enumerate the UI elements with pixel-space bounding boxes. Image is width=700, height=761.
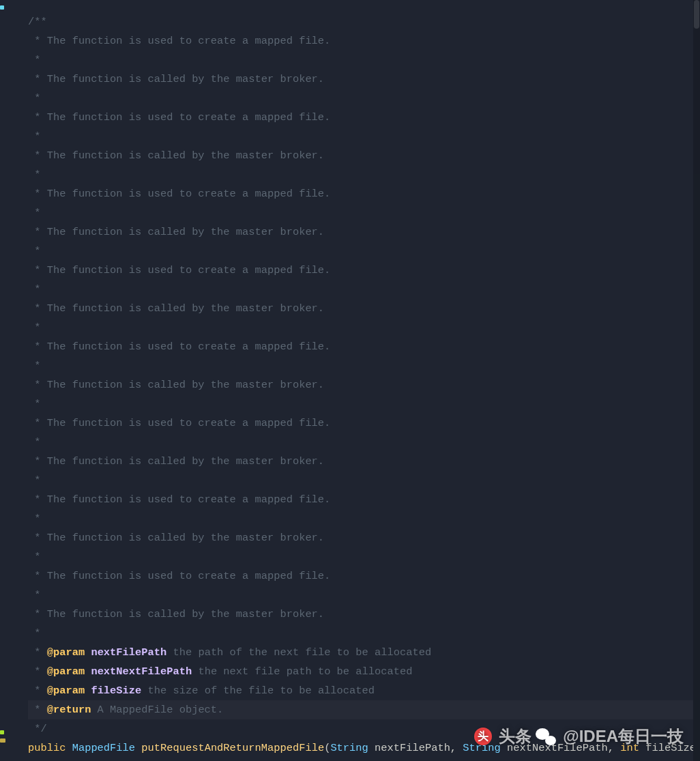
comment-text: * The function is used to create a mappe… — [28, 188, 330, 200]
code-line[interactable]: * — [28, 433, 693, 452]
param-name: nextNextFilePath, — [501, 742, 620, 754]
code-line[interactable]: * — [28, 356, 693, 375]
code-line[interactable]: * The function is used to create a mappe… — [28, 414, 693, 433]
code-line[interactable]: /** — [28, 12, 693, 31]
code-line[interactable]: * — [28, 509, 693, 528]
comment-text: * The function is used to create a mappe… — [28, 341, 330, 353]
comment-star: * — [28, 704, 47, 716]
comment-text: * — [28, 130, 40, 143]
comment-text: * The function is used to create a mappe… — [28, 417, 330, 429]
code-line[interactable]: * The function is called by the master b… — [28, 375, 693, 394]
code-line[interactable]: * @param fileSize the size of the file t… — [28, 681, 693, 700]
comment-text: * — [28, 589, 40, 601]
comment-text: * The function is used to create a mappe… — [28, 264, 330, 276]
paren-open: ( — [324, 742, 330, 754]
vertical-scrollbar[interactable] — [693, 0, 700, 761]
javadoc-param-name: nextNextFilePath — [91, 665, 192, 678]
code-line[interactable]: * The function is used to create a mappe… — [28, 490, 693, 509]
code-line[interactable]: * — [28, 318, 693, 337]
keyword-int: int — [620, 742, 639, 754]
param-type: String — [463, 742, 500, 754]
comment-text: * The function is used to create a mappe… — [28, 111, 330, 124]
code-line[interactable]: * — [28, 242, 693, 261]
javadoc-param-tag: @param — [47, 685, 85, 697]
comment-text: * The function is called by the master b… — [28, 302, 324, 315]
code-line[interactable]: * — [28, 127, 693, 146]
code-line[interactable]: * The function is used to create a mappe… — [28, 261, 693, 280]
comment-text: * The function is called by the master b… — [28, 379, 324, 391]
code-line[interactable]: * — [28, 89, 693, 108]
code-line[interactable]: * @return A MappedFile object. — [28, 700, 693, 719]
code-line[interactable]: * @param nextNextFilePath the next file … — [28, 662, 693, 681]
javadoc-param-name: fileSize — [91, 685, 141, 697]
code-line[interactable]: * — [28, 394, 693, 414]
code-line[interactable]: public MappedFile putRequestAndReturnMap… — [28, 738, 693, 758]
comment-text: * — [28, 436, 40, 448]
keyword-public: public — [28, 742, 65, 754]
code-line[interactable]: * The function is called by the master b… — [28, 146, 693, 165]
comment-text: * The function is used to create a mappe… — [28, 35, 330, 47]
gutter-mark — [0, 5, 4, 10]
code-line[interactable]: * The function is used to create a mappe… — [28, 31, 693, 51]
comment-star: * — [28, 685, 47, 697]
comment-text: * — [28, 627, 40, 640]
comment-text: * — [28, 169, 40, 181]
comment-text: * — [28, 245, 40, 257]
editor-gutter — [0, 0, 4, 761]
code-line[interactable]: * The function is called by the master b… — [28, 605, 693, 624]
method-name: putRequestAndReturnMappedFile — [141, 742, 324, 754]
comment-text: * — [28, 321, 40, 334]
code-line[interactable]: * @param nextFilePath the path of the ne… — [28, 643, 693, 662]
code-line[interactable]: * — [28, 280, 693, 299]
code-line[interactable]: */ — [28, 719, 693, 738]
comment-star: * — [28, 665, 47, 678]
scrollbar-thumb[interactable] — [694, 0, 699, 29]
javadoc-param-desc: the size of the file to be allocated — [141, 685, 375, 697]
comment-text: * — [28, 551, 40, 563]
code-line[interactable]: * The function is used to create a mappe… — [28, 566, 693, 586]
code-line[interactable]: * The function is used to create a mappe… — [28, 337, 693, 356]
param-name: nextFilePath, — [368, 742, 463, 754]
code-line[interactable]: * The function is called by the master b… — [28, 452, 693, 471]
code-line[interactable]: * The function is used to create a mappe… — [28, 184, 693, 203]
code-line[interactable]: * — [28, 624, 693, 643]
comment-text: * — [28, 207, 40, 219]
comment-text: * The function is called by the master b… — [28, 149, 324, 162]
gutter-mark — [0, 730, 4, 734]
comment-text: * — [28, 513, 40, 525]
comment-text: * The function is called by the master b… — [28, 226, 324, 238]
param-name: fileSize) — [639, 742, 693, 754]
comment-text: * The function is called by the master b… — [28, 73, 324, 85]
comment-text: * — [28, 54, 40, 66]
comment-text: * — [28, 283, 40, 296]
code-line[interactable]: * The function is called by the master b… — [28, 222, 693, 242]
comment-text: */ — [28, 723, 47, 735]
code-line[interactable]: * The function is called by the master b… — [28, 528, 693, 547]
code-line[interactable]: * The function is called by the master b… — [28, 70, 693, 89]
comment-text: * — [28, 92, 40, 104]
javadoc-param-desc: the next file path to be allocated — [192, 665, 412, 678]
code-line[interactable]: * The function is called by the master b… — [28, 299, 693, 318]
code-line[interactable]: * — [28, 165, 693, 184]
gutter-mark — [0, 738, 5, 743]
code-line[interactable]: * — [28, 471, 693, 490]
javadoc-return-tag: @return — [47, 704, 91, 716]
comment-text: /** — [28, 16, 47, 28]
comment-text: * The function is used to create a mappe… — [28, 570, 330, 582]
code-editor[interactable]: /** * The function is used to create a m… — [5, 0, 693, 761]
comment-text: * The function is used to create a mappe… — [28, 493, 330, 506]
return-type: MappedFile — [72, 742, 135, 754]
code-line[interactable]: * — [28, 586, 693, 605]
code-line[interactable]: * — [28, 51, 693, 70]
javadoc-param-tag: @param — [47, 665, 85, 678]
comment-star: * — [28, 646, 47, 659]
code-line[interactable]: * — [28, 547, 693, 566]
code-line[interactable]: * The function is used to create a mappe… — [28, 108, 693, 127]
comment-text: * — [28, 474, 40, 487]
javadoc-param-tag: @param — [47, 646, 85, 659]
comment-text: * — [28, 360, 40, 372]
comment-text: * The function is called by the master b… — [28, 532, 324, 544]
javadoc-return-desc: A MappedFile object. — [91, 704, 223, 716]
code-line[interactable]: * — [28, 203, 693, 222]
comment-text: * The function is called by the master b… — [28, 455, 324, 468]
